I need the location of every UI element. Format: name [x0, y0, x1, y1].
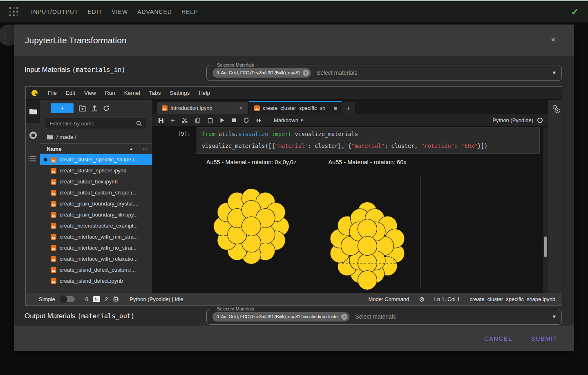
paste-cells-button[interactable]	[208, 118, 213, 123]
file-row[interactable]: create_interface_with_relaxatio...	[40, 253, 152, 264]
new-folder-button[interactable]	[79, 105, 86, 112]
chip-remove-icon[interactable]: ×	[303, 70, 309, 76]
refresh-files-button[interactable]	[103, 105, 110, 112]
output-materials-label: Output Materials (materials_out)	[25, 312, 134, 320]
file-row[interactable]: create_cutout_box.ipynb	[40, 176, 152, 187]
input-material-chip[interactable]: 0: Au, Gold, FCC (Fm-3m) 3D (Bulk), mp-8…	[212, 68, 311, 78]
file-name: create_heterostructure_exampl...	[60, 223, 138, 229]
jupyter-menu-help[interactable]: Help	[194, 90, 215, 96]
file-name: create_island_defect_custom.i...	[60, 267, 136, 273]
jupyter-menu-tabs[interactable]: Tabs	[145, 90, 165, 96]
file-browser: + Filter files by name	[40, 100, 152, 293]
file-row[interactable]: create_cluster_specific_shape.i...	[40, 154, 152, 165]
run-all-cells-button[interactable]	[256, 118, 262, 123]
app-menu-advanced[interactable]: ADVANCED	[137, 9, 172, 15]
dialog-title: JupyterLite Transformation	[25, 36, 127, 45]
chevron-down-icon[interactable]: ▾	[552, 313, 556, 320]
file-name: create_interface_with_min_stra...	[60, 234, 138, 240]
file-row[interactable]: create_heterostructure_exampl...	[40, 220, 152, 231]
file-row[interactable]: create_island_defect.ipynb	[40, 275, 152, 286]
notebook-icon	[51, 212, 56, 218]
cancel-button[interactable]: CANCEL	[484, 335, 512, 342]
input-materials-select[interactable]: Selected Materials 0: Au, Gold, FCC (Fm-…	[206, 62, 562, 81]
app-menu-help[interactable]: HELP	[181, 9, 198, 15]
filter-files-input[interactable]: Filter files by name	[46, 118, 146, 129]
settings-gears-icon[interactable]	[552, 105, 561, 114]
cell-type-dropdown[interactable]: Markdown ▾	[274, 117, 303, 123]
kernels-count[interactable]: 2	[105, 296, 108, 302]
cursor-position[interactable]: Ln 1, Col 1	[434, 296, 460, 302]
output-material-chip[interactable]: 0: Au, Gold, FCC (Fm-3m) 3D (Bulk), mp-8…	[212, 312, 349, 321]
tab-close-icon[interactable]: ×	[239, 105, 243, 112]
mode-indicator: Mode: Command	[368, 296, 409, 302]
notebook-content[interactable]: [9]: from utils.visualize import visuali…	[152, 127, 548, 293]
notebook-icon	[162, 105, 168, 111]
cluster-visualization-1[interactable]	[212, 187, 291, 266]
output-materials-select[interactable]: Selected Materials 0: Au, Gold, FCC (Fm-…	[206, 306, 562, 325]
upload-button[interactable]	[92, 105, 98, 112]
chip-remove-icon[interactable]: ×	[341, 314, 347, 320]
folder-icon	[29, 108, 37, 115]
jupyter-menu-file[interactable]: File	[43, 90, 61, 96]
jupyter-menu-edit[interactable]: Edit	[61, 90, 80, 96]
output-select-placeholder: Select materials	[355, 313, 396, 320]
app-logo-icon[interactable]	[9, 7, 19, 17]
jupyter-activity-bar	[26, 100, 40, 293]
new-launcher-button[interactable]: +	[51, 103, 74, 113]
jupyter-menu-run[interactable]: Run	[101, 90, 120, 96]
breadcrumb[interactable]: / made /	[40, 132, 152, 143]
sort-ascending-icon[interactable]: ▲	[130, 147, 133, 151]
kernel-status-text[interactable]: Python (Pyodide) | Idle	[130, 296, 183, 302]
cluster-visualization-2[interactable]	[324, 202, 411, 290]
scrollbar-thumb[interactable]	[544, 237, 547, 257]
jupyter-menu-view[interactable]: View	[80, 90, 101, 96]
file-name: create_interface_with_relaxatio...	[60, 256, 138, 262]
kernel-name[interactable]: Python (Pyodide)	[492, 117, 533, 123]
submit-button[interactable]: SUBMIT	[531, 335, 557, 342]
more-columns-icon[interactable]: ⋯	[139, 145, 148, 152]
app-menu-edit[interactable]: EDIT	[87, 9, 102, 15]
unsaved-changes-icon	[334, 107, 337, 110]
file-row[interactable]: create_island_defect_custom.i...	[40, 264, 152, 275]
close-icon[interactable]: ×	[551, 35, 556, 44]
simple-mode-label: Simple	[39, 296, 55, 302]
file-row[interactable]: create_interface_with_min_stra...	[40, 231, 152, 242]
file-row[interactable]: create_grain_boundary_film.ipy...	[40, 209, 152, 220]
simple-mode-toggle[interactable]	[60, 296, 75, 302]
save-button[interactable]	[158, 118, 164, 123]
chevron-down-icon[interactable]: ▾	[552, 69, 556, 76]
add-tab-button[interactable]: +	[342, 102, 355, 114]
interrupt-kernel-button[interactable]	[232, 118, 236, 123]
input-select-placeholder: Select materials	[317, 69, 358, 76]
jupyter-menu-kernel[interactable]: Kernel	[120, 90, 145, 96]
code-cell[interactable]: from utils.visualize import visualize_ma…	[197, 127, 540, 154]
copy-cells-button[interactable]	[195, 118, 201, 123]
jupyter-statusbar: Simple 0 $_ 2 Python (Pyodide) | Idle Mo…	[26, 293, 562, 305]
app-menu-view[interactable]: VIEW	[112, 9, 128, 15]
tab-create-cluster-specific-shape[interactable]: create_cluster_specific_sh	[249, 101, 342, 114]
shield-x-icon[interactable]: ⊗	[419, 295, 424, 303]
notebook-scrollbar[interactable]	[543, 127, 548, 293]
add-cell-button[interactable]: +	[171, 116, 175, 125]
restart-kernel-button[interactable]	[243, 117, 249, 123]
sidebar-tab-filebrowser[interactable]	[26, 100, 40, 123]
file-row[interactable]: create_interface_with_no_strai...	[40, 242, 152, 253]
run-cell-button[interactable]	[220, 118, 225, 123]
terminals-count[interactable]: 0	[85, 296, 88, 302]
sidebar-tab-running[interactable]	[26, 123, 40, 147]
file-row[interactable]: create_cluster_sphere.ipynb	[40, 165, 152, 176]
jupyterlite-transformation-dialog: JupyterLite Transformation × Input Mater…	[14, 25, 574, 351]
jupyter-menubar: FileEditViewRunKernelTabsSettingsHelp	[26, 87, 562, 100]
code-line: visualize_materials([{"material": cluste…	[202, 143, 534, 149]
file-name: create_cluster_specific_shape.i...	[60, 156, 138, 163]
check-icon: ✓	[571, 6, 579, 18]
tab-introduction[interactable]: Introduction.ipynb ×	[157, 102, 248, 114]
file-list-header[interactable]: Name ▲ ⋯	[40, 143, 152, 154]
app-menu-input-output[interactable]: INPUT/OUTPUT	[31, 9, 78, 15]
file-row[interactable]: create_cutout_custom_shape.i...	[40, 187, 152, 198]
cut-cells-button[interactable]	[182, 118, 188, 123]
jupyter-menu-settings[interactable]: Settings	[165, 90, 194, 96]
file-name: create_grain_boundary_crystal....	[60, 201, 139, 207]
file-row[interactable]: create_grain_boundary_crystal....	[40, 198, 152, 209]
sidebar-tab-toc[interactable]	[26, 147, 40, 171]
